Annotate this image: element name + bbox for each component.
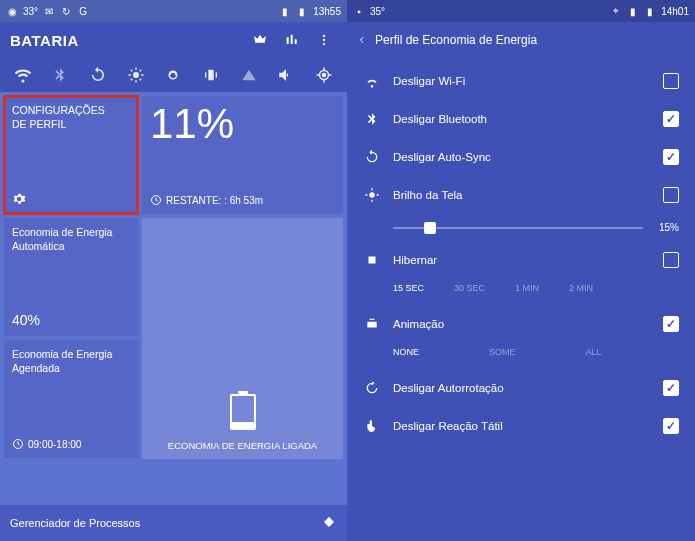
clock-icon	[150, 194, 162, 206]
tile-profile-settings[interactable]: CONFIGURAÇÕES DE PERFIL	[4, 96, 138, 214]
stats-icon[interactable]	[279, 27, 305, 53]
brightness-value: 15%	[659, 222, 679, 233]
brightness-slider[interactable]	[393, 227, 643, 229]
checkbox-bluetooth[interactable]	[663, 111, 679, 127]
anim-opt-none[interactable]: NONE	[393, 347, 419, 357]
animation-options: NONE SOME ALL	[347, 343, 695, 369]
setting-brightness-label: Brilho da Tela	[393, 189, 663, 201]
tile-grid: CONFIGURAÇÕES DE PERFIL 11% RESTANTE: : …	[0, 92, 347, 467]
checkbox-hibernate[interactable]	[663, 252, 679, 268]
tile-scheduled-title: Economia de Energia Agendada	[12, 348, 130, 375]
brightness-icon	[363, 186, 381, 204]
clock-label: 13h55	[313, 6, 341, 17]
quick-toggle-row	[0, 58, 347, 92]
checkbox-brightness[interactable]	[663, 187, 679, 203]
svg-point-10	[369, 192, 374, 197]
tile-profile-title: CONFIGURAÇÕES DE PERFIL	[12, 104, 130, 131]
auto-pct: 40%	[12, 312, 40, 328]
checkbox-haptic[interactable]	[663, 418, 679, 434]
wifi-icon	[363, 72, 381, 90]
anim-opt-all[interactable]: ALL	[586, 347, 602, 357]
left-screen: ◉ 33° ✉ ↻ G ▮ ▮ 13h55 BATARIA	[0, 0, 347, 541]
data-icon[interactable]	[233, 59, 265, 91]
hib-opt-15[interactable]: 15 SEC	[393, 283, 424, 293]
brightness-slider-row: 15%	[347, 214, 695, 241]
setting-haptic-label: Desligar Reação Tátil	[393, 420, 663, 432]
setting-wifi-label: Desligar Wi-Fi	[393, 75, 663, 87]
overflow-icon[interactable]	[311, 27, 337, 53]
checkbox-animation[interactable]	[663, 316, 679, 332]
right-screen: ▪ 35° ⌖ ▮ ▮ 14h01 Perfil de Economia de …	[347, 0, 695, 541]
auto-brightness-icon[interactable]	[157, 59, 189, 91]
bluetooth-icon	[363, 110, 381, 128]
gps-icon[interactable]	[308, 59, 340, 91]
hibernate-icon	[363, 251, 381, 269]
battery-remaining: RESTANTE: : 6h 53m	[166, 195, 263, 206]
setting-autosync-label: Desligar Auto-Sync	[393, 151, 663, 163]
app-title: BATARIA	[10, 32, 241, 49]
bottom-label: Gerenciador de Processos	[10, 517, 140, 529]
setting-bluetooth-label: Desligar Bluetooth	[393, 113, 663, 125]
setting-wifi[interactable]: Desligar Wi-Fi	[347, 62, 695, 100]
notif-icon: ▪	[353, 5, 365, 17]
temp-label: 33°	[23, 6, 38, 17]
setting-haptic[interactable]: Desligar Reação Tátil	[347, 407, 695, 445]
tile-auto-title: Economia de Energia Automática	[12, 226, 130, 253]
setting-autorotate-label: Desligar Autorrotação	[393, 382, 663, 394]
hibernate-options: 15 SEC 30 SEC 1 MIN 2 MIN	[347, 279, 695, 305]
gear-icon	[12, 192, 26, 206]
sync-icon	[363, 148, 381, 166]
battery-icon: ▮	[644, 5, 656, 17]
crown-icon[interactable]	[247, 27, 273, 53]
statusbar-right: ▪ 35° ⌖ ▮ ▮ 14h01	[347, 0, 695, 22]
hib-opt-1m[interactable]: 1 MIN	[515, 283, 539, 293]
tile-scheduled[interactable]: Economia de Energia Agendada 09:00-18:00	[4, 340, 138, 458]
svg-rect-12	[367, 322, 376, 328]
setting-brightness[interactable]: Brilho da Tela	[347, 176, 695, 214]
wifi-icon[interactable]	[7, 59, 39, 91]
bottom-bar[interactable]: Gerenciador de Processos	[0, 505, 347, 541]
vibrate-icon[interactable]	[195, 59, 227, 91]
setting-animation-label: Animação	[393, 318, 663, 330]
bluetooth-icon: ⌖	[610, 5, 622, 17]
rotate-icon	[363, 379, 381, 397]
tile-battery[interactable]: 11% RESTANTE: : 6h 53m	[142, 96, 343, 214]
volume-icon[interactable]	[270, 59, 302, 91]
checkbox-autosync[interactable]	[663, 149, 679, 165]
touch-icon	[363, 417, 381, 435]
setting-hibernate-label: Hibernar	[393, 254, 663, 266]
notif-icon: ◉	[6, 5, 18, 17]
battery-icon: ▮	[296, 5, 308, 17]
svg-rect-11	[369, 257, 376, 264]
checkbox-autorotate[interactable]	[663, 380, 679, 396]
appbar-left: BATARIA	[0, 22, 347, 58]
checkbox-wifi[interactable]	[663, 73, 679, 89]
anim-opt-some[interactable]: SOME	[489, 347, 516, 357]
tile-auto-save[interactable]: Economia de Energia Automática 40%	[4, 218, 138, 336]
bluetooth-icon[interactable]	[44, 59, 76, 91]
tile-eco-status[interactable]: ECONOMIA DE ENERGIA LIGADA	[142, 218, 343, 459]
setting-animation[interactable]: Animação	[347, 305, 695, 343]
scheduled-time: 09:00-18:00	[28, 439, 81, 450]
clock-icon	[12, 438, 24, 450]
setting-autorotate[interactable]: Desligar Autorrotação	[347, 369, 695, 407]
hib-opt-2m[interactable]: 2 MIN	[569, 283, 593, 293]
settings-list: Desligar Wi-Fi Desligar Bluetooth Deslig…	[347, 58, 695, 449]
slider-thumb[interactable]	[424, 222, 436, 234]
setting-bluetooth[interactable]: Desligar Bluetooth	[347, 100, 695, 138]
svg-point-7	[323, 74, 326, 77]
animation-icon	[363, 315, 381, 333]
setting-hibernate[interactable]: Hibernar	[347, 241, 695, 279]
svg-point-2	[323, 43, 325, 45]
sync-icon[interactable]	[82, 59, 114, 91]
brightness-icon[interactable]	[120, 59, 152, 91]
temp-label: 35°	[370, 6, 385, 17]
back-icon[interactable]	[357, 33, 367, 47]
svg-rect-5	[208, 70, 213, 81]
hib-opt-30[interactable]: 30 SEC	[454, 283, 485, 293]
clock-label: 14h01	[661, 6, 689, 17]
statusbar-left: ◉ 33° ✉ ↻ G ▮ ▮ 13h55	[0, 0, 347, 22]
setting-autosync[interactable]: Desligar Auto-Sync	[347, 138, 695, 176]
appbar-right: Perfil de Economia de Energia	[347, 22, 695, 58]
signal-icon: ▮	[627, 5, 639, 17]
